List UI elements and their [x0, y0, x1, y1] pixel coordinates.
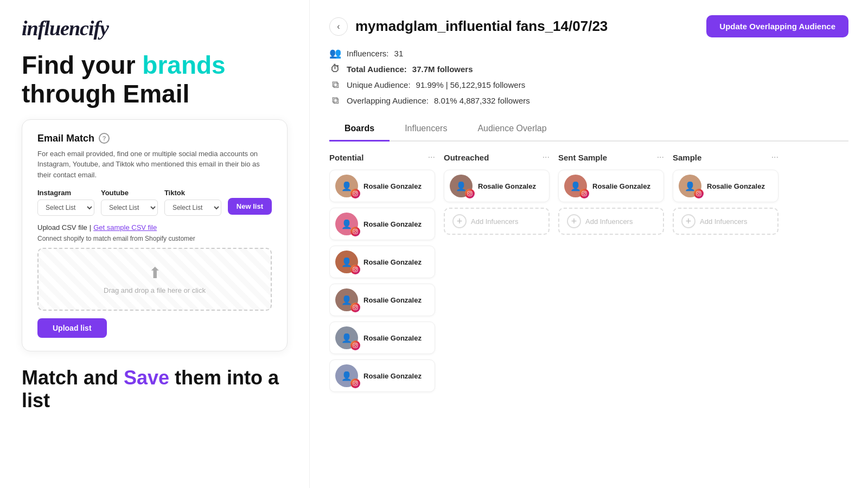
add-influencers-button[interactable]: + Add Infuencers [673, 208, 778, 235]
svg-point-19 [469, 192, 471, 195]
board-menu-2[interactable]: ··· [657, 152, 664, 162]
upload-list-button[interactable]: Upload list [37, 318, 107, 338]
card-title-text: Email Match [37, 133, 94, 144]
instagram-platform-badge [694, 189, 704, 198]
tab-boards[interactable]: Boards [329, 117, 390, 142]
file-dropzone[interactable]: ⬆ Drag and drop a file here or click [37, 248, 272, 311]
total-audience-stat: ⏱ Total Audience: 37.7M followers [329, 63, 848, 75]
influencers-label: Influencers: [347, 49, 389, 58]
board-header-1: Outreached ··· [444, 152, 550, 162]
page-title: mymadglam_influential fans_14/07/23 [355, 18, 608, 35]
bottom-accent: Save [124, 367, 169, 389]
svg-point-1 [354, 192, 356, 195]
instagram-col: Instagram Select List [37, 189, 94, 216]
avatar-wrap: 👤 [335, 288, 358, 311]
influencer-card[interactable]: 👤 Rosalie Gonzalez [444, 170, 550, 202]
app-logo: influencify [22, 16, 288, 40]
svg-point-11 [356, 306, 357, 306]
instagram-platform-badge [350, 341, 360, 350]
headline-text1: Find your [22, 51, 142, 79]
svg-rect-21 [582, 191, 586, 196]
add-influencers-button[interactable]: + Add Infuencers [558, 208, 664, 235]
back-button[interactable]: ‹ [329, 17, 348, 36]
tab-audience-overlap[interactable]: Audience Overlap [462, 117, 561, 142]
instagram-platform-badge [350, 189, 360, 198]
tabs-row: Boards Influencers Audience Overlap [329, 117, 848, 142]
board-header-0: Potential ··· [329, 152, 435, 162]
svg-point-16 [354, 382, 356, 384]
board-col-2: Sent Sample ··· 👤 Rosalie Gonzalez + Add… [558, 152, 664, 483]
update-overlapping-button[interactable]: Update Overlapping Audience [706, 15, 848, 37]
svg-point-25 [698, 192, 700, 195]
influencer-name: Rosalie Gonzalez [363, 334, 422, 342]
overlapping-value: 8.01% 4,887,332 followers [434, 96, 530, 105]
add-influencers-button[interactable]: + Add Infuencers [444, 208, 550, 235]
board-header-2: Sent Sample ··· [558, 152, 664, 162]
influencer-card[interactable]: 👤 Rosalie Gonzalez [329, 284, 435, 316]
overlapping-label: Overlapping Audience: [347, 96, 429, 105]
youtube-col: Youtube Select List [101, 189, 158, 216]
upload-icon: ⬆ [149, 264, 161, 282]
separator: | [90, 223, 91, 232]
add-icon: + [681, 214, 695, 228]
influencer-card[interactable]: 👤 Rosalie Gonzalez [673, 170, 778, 202]
board-col-1: Outreached ··· 👤 Rosalie Gonzalez + Add … [444, 152, 550, 483]
right-header: ‹ mymadglam_influential fans_14/07/23 Up… [329, 15, 848, 37]
influencer-name: Rosalie Gonzalez [363, 372, 422, 380]
svg-rect-15 [353, 381, 358, 386]
influencer-card[interactable]: 👤 Rosalie Gonzalez [329, 359, 435, 392]
add-influencers-label: Add Infuencers [471, 217, 518, 226]
help-icon[interactable]: ? [99, 133, 110, 144]
add-icon: + [452, 214, 467, 228]
influencer-card[interactable]: 👤 Rosalie Gonzalez [329, 170, 435, 202]
tiktok-select[interactable]: Select List [164, 200, 221, 216]
overlap-icon: ⧉ [329, 95, 341, 106]
add-icon: + [567, 214, 581, 228]
svg-point-13 [354, 344, 356, 346]
tiktok-label: Tiktok [164, 189, 221, 197]
avatar-wrap: 👤 [335, 175, 358, 197]
tiktok-col: Tiktok Select List [164, 189, 221, 216]
overlapping-audience-stat: ⧉ Overlapping Audience: 8.01% 4,887,332 … [329, 95, 848, 106]
youtube-label: Youtube [101, 189, 158, 197]
svg-point-17 [356, 382, 357, 382]
board-menu-3[interactable]: ··· [771, 152, 778, 162]
board-title-0: Potential [329, 153, 363, 162]
svg-point-4 [354, 230, 356, 233]
card-description: For each email provided, find one or mul… [37, 149, 272, 181]
svg-rect-0 [353, 191, 358, 196]
stats-row: 👥 Influencers: 31 ⏱ Total Audience: 37.7… [329, 47, 848, 106]
board-menu-1[interactable]: ··· [542, 152, 550, 162]
total-audience-value: 37.7M followers [412, 65, 473, 74]
avatar-wrap: 👤 [679, 175, 701, 197]
tab-influencers[interactable]: Influencers [390, 117, 462, 142]
instagram-select[interactable]: Select List [37, 200, 94, 216]
instagram-platform-badge [350, 378, 360, 388]
influencer-name: Rosalie Gonzalez [363, 258, 422, 266]
clock-icon: ⏱ [329, 63, 341, 75]
influencer-name: Rosalie Gonzalez [592, 182, 650, 190]
board-menu-0[interactable]: ··· [428, 152, 435, 162]
svg-point-5 [356, 230, 357, 230]
influencer-card[interactable]: 👤 Rosalie Gonzalez [329, 322, 435, 354]
sample-csv-link[interactable]: Get sample CSV file [93, 223, 157, 232]
new-list-button[interactable]: New list [228, 198, 272, 215]
svg-rect-18 [468, 191, 472, 196]
email-match-card: Email Match ? For each email provided, f… [22, 119, 288, 352]
influencer-name: Rosalie Gonzalez [363, 296, 422, 304]
influencer-card[interactable]: 👤 Rosalie Gonzalez [329, 246, 435, 278]
people-icon: 👥 [329, 47, 341, 59]
influencer-name: Rosalie Gonzalez [363, 182, 422, 190]
instagram-platform-badge [350, 265, 360, 274]
board-title-2: Sent Sample [558, 153, 607, 162]
total-audience-label: Total Audience: [347, 65, 407, 74]
headline-accent: brands [142, 51, 225, 79]
influencers-value: 31 [394, 49, 404, 58]
influencer-name: Rosalie Gonzalez [707, 182, 765, 190]
influencer-name: Rosalie Gonzalez [363, 220, 422, 228]
youtube-select[interactable]: Select List [101, 200, 158, 216]
unique-label: Unique Audience: [347, 80, 411, 89]
instagram-platform-badge [350, 303, 360, 312]
influencer-card[interactable]: 👤 Rosalie Gonzalez [329, 208, 435, 240]
influencer-card[interactable]: 👤 Rosalie Gonzalez [558, 170, 664, 202]
